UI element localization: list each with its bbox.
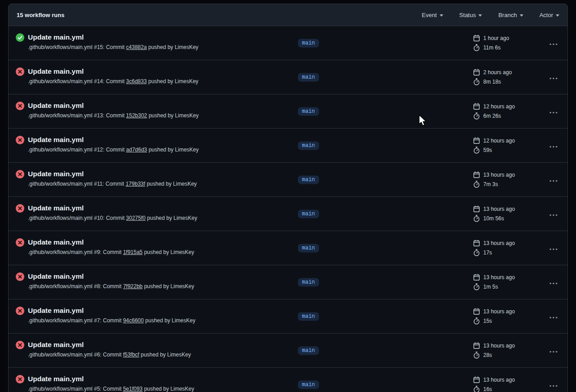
run-duration-line: 8m 18s	[473, 77, 512, 87]
run-text-block: Update main.yml .github/workflows/main.y…	[28, 305, 195, 325]
kebab-menu-button[interactable]	[547, 174, 560, 186]
filter-event[interactable]: Event	[422, 12, 443, 18]
commit-link[interactable]: ad7d6d3	[126, 147, 147, 153]
run-title-link[interactable]: Update main.yml	[28, 134, 84, 145]
run-duration: 1m 5s	[483, 284, 498, 290]
commit-link[interactable]: 30275f0	[126, 215, 145, 221]
branch-badge[interactable]: main	[298, 107, 319, 116]
run-duration-line: 15s	[473, 316, 515, 326]
workflow-run-row: Update main.yml .github/workflows/main.y…	[9, 231, 567, 265]
run-subtitle-suffix: pushed by LimesKey	[143, 249, 194, 255]
x-circle-fill-icon	[16, 375, 24, 383]
run-subtitle: .github/workflows/main.yml #13: Commit 1…	[28, 111, 199, 120]
commit-link[interactable]: 152b302	[126, 112, 147, 119]
kebab-menu-button[interactable]	[547, 37, 560, 49]
run-subtitle-prefix: .github/workflows/main.yml #14: Commit	[28, 78, 126, 85]
workflow-run-row: Update main.yml .github/workflows/main.y…	[9, 197, 567, 231]
x-circle-fill-icon	[16, 272, 24, 281]
run-duration-line: 28s	[473, 351, 515, 360]
commit-link[interactable]: 1f915a5	[123, 249, 142, 255]
run-duration: 6m 26s	[483, 113, 501, 119]
kebab-menu-button[interactable]	[547, 310, 560, 322]
kebab-horizontal-icon	[549, 381, 558, 388]
run-title-link[interactable]: Update main.yml	[28, 203, 84, 213]
run-title-link[interactable]: Update main.yml	[28, 100, 84, 111]
run-start-time: 13 hours ago	[483, 172, 515, 178]
run-duration: 17s	[483, 249, 492, 256]
kebab-horizontal-icon	[549, 108, 558, 115]
commit-link[interactable]: 94c6600	[123, 317, 144, 324]
run-subtitle-prefix: .github/workflows/main.yml #11: Commit	[28, 181, 126, 187]
branch-badge[interactable]: main	[298, 141, 319, 150]
run-subtitle-suffix: pushed by LimesKey	[145, 181, 197, 187]
kebab-menu-button[interactable]	[547, 71, 560, 83]
commit-link[interactable]: 179b33f	[126, 181, 145, 187]
run-title-link[interactable]: Update main.yml	[28, 305, 84, 316]
commit-link[interactable]: 3c6d833	[126, 78, 147, 85]
run-duration: 10m 56s	[483, 215, 504, 222]
workflow-run-row: Update main.yml .github/workflows/main.y…	[9, 94, 567, 129]
x-circle-fill-icon	[16, 136, 24, 144]
branch-badge[interactable]: main	[298, 244, 319, 252]
branch-badge[interactable]: main	[298, 39, 319, 47]
stopwatch-icon	[473, 112, 480, 120]
kebab-horizontal-icon	[549, 74, 558, 80]
calendar-icon	[473, 342, 480, 349]
run-meta: 13 hours ago 17s	[473, 239, 515, 258]
run-subtitle-prefix: .github/workflows/main.yml #9: Commit	[28, 249, 123, 255]
branch-badge[interactable]: main	[298, 73, 319, 81]
run-start-line: 13 hours ago	[473, 375, 515, 385]
kebab-menu-button[interactable]	[547, 242, 560, 254]
stopwatch-icon	[473, 352, 480, 359]
run-duration-line: 7m 3s	[473, 180, 515, 189]
stopwatch-icon	[473, 78, 480, 85]
run-title-link[interactable]: Update main.yml	[28, 169, 84, 179]
branch-badge[interactable]: main	[298, 278, 319, 286]
run-start-time: 2 hours ago	[483, 69, 512, 76]
filter-actor[interactable]: Actor	[540, 12, 559, 18]
branch-badge[interactable]: main	[298, 346, 319, 355]
run-title-link[interactable]: Update main.yml	[28, 339, 84, 350]
branch-badge[interactable]: main	[298, 175, 319, 184]
run-text-block: Update main.yml .github/workflows/main.y…	[28, 339, 191, 359]
calendar-icon	[473, 69, 480, 76]
filter-branch[interactable]: Branch	[498, 12, 523, 18]
calendar-icon	[473, 35, 480, 42]
kebab-menu-button[interactable]	[547, 379, 560, 391]
run-text-block: Update main.yml .github/workflows/main.y…	[28, 203, 197, 223]
run-title-link[interactable]: Update main.yml	[28, 374, 84, 384]
chevron-down-icon	[520, 14, 523, 17]
chevron-down-icon	[556, 14, 559, 17]
stopwatch-icon	[473, 215, 480, 222]
commit-link[interactable]: f53fbcf	[123, 352, 139, 358]
commit-link[interactable]: c43882a	[126, 44, 147, 50]
kebab-menu-button[interactable]	[547, 208, 560, 220]
run-meta: 13 hours ago 1m 5s	[473, 273, 515, 292]
run-meta: 13 hours ago 7m 3s	[473, 170, 515, 189]
filter-status[interactable]: Status	[459, 12, 482, 18]
kebab-menu-button[interactable]	[547, 105, 560, 117]
run-title-link[interactable]: Update main.yml	[28, 237, 84, 247]
kebab-menu-button[interactable]	[547, 276, 560, 288]
branch-badge[interactable]: main	[298, 380, 319, 389]
filter-event-label: Event	[422, 12, 436, 18]
kebab-menu-button[interactable]	[547, 344, 560, 356]
branch-badge[interactable]: main	[298, 209, 319, 218]
run-meta: 13 hours ago 28s	[473, 341, 515, 360]
run-text-block: Update main.yml .github/workflows/main.y…	[28, 32, 198, 52]
run-start-line: 13 hours ago	[473, 307, 515, 316]
filter-bar: Event Status Branch Actor	[422, 12, 559, 18]
run-subtitle-suffix: pushed by LimesKey	[147, 44, 198, 50]
run-title-link[interactable]: Update main.yml	[28, 32, 84, 42]
branch-badge[interactable]: main	[298, 312, 319, 321]
commit-link[interactable]: 7f922bb	[123, 283, 142, 290]
run-subtitle: .github/workflows/main.yml #11: Commit 1…	[28, 180, 197, 188]
run-subtitle-suffix: pushed by LimesKey	[143, 283, 194, 290]
run-duration: 7m 3s	[483, 181, 498, 187]
x-circle-fill-icon	[16, 204, 24, 213]
workflow-run-row: Update main.yml .github/workflows/main.y…	[9, 334, 567, 368]
run-title-link[interactable]: Update main.yml	[28, 271, 84, 281]
commit-link[interactable]: 5e1f093	[123, 386, 142, 392]
run-title-link[interactable]: Update main.yml	[28, 66, 84, 76]
kebab-menu-button[interactable]	[547, 139, 560, 151]
